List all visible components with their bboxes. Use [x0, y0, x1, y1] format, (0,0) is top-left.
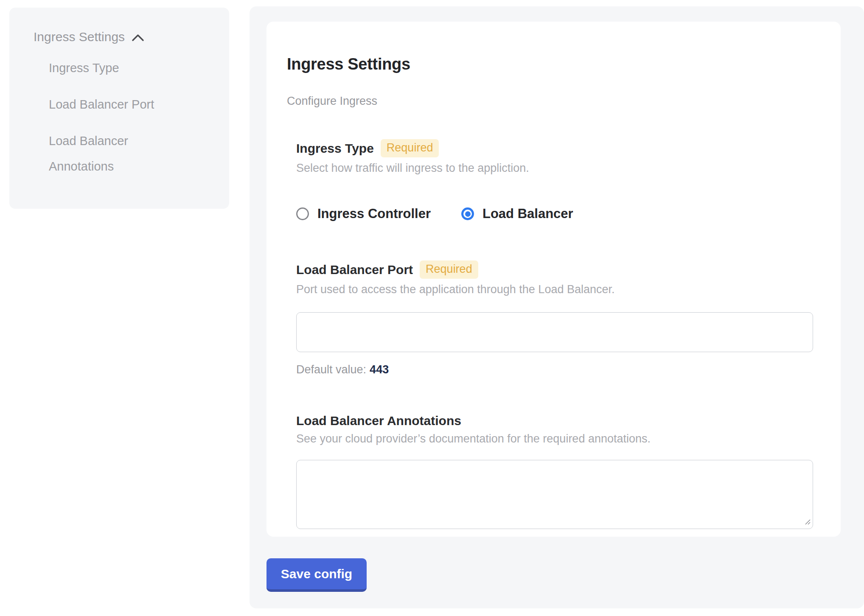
- main-panel: Ingress Settings Configure Ingress Ingre…: [250, 6, 864, 608]
- load-balancer-port-description: Port used to access the application thro…: [296, 283, 813, 296]
- ingress-type-radio-group: Ingress Controller Load Balancer: [296, 206, 813, 221]
- radio-label: Load Balancer: [482, 206, 573, 221]
- sidebar-item-ingress-type[interactable]: Ingress Type: [49, 55, 189, 81]
- section-load-balancer-port: Load Balancer Port Required Port used to…: [296, 260, 813, 376]
- sidebar-item-load-balancer-annotations[interactable]: Load Balancer Annotations: [49, 128, 189, 179]
- section-ingress-type: Ingress Type Required Select how traffic…: [296, 139, 813, 221]
- sidebar-item-list: Ingress Type Load Balancer Port Load Bal…: [49, 55, 216, 179]
- form-sections: Ingress Type Required Select how traffic…: [296, 139, 813, 529]
- section-load-balancer-annotations: Load Balancer Annotations See your cloud…: [296, 414, 813, 529]
- required-badge: Required: [381, 139, 439, 157]
- page-subtitle: Configure Ingress: [287, 95, 813, 108]
- radio-option-ingress-controller[interactable]: Ingress Controller: [296, 206, 431, 221]
- load-balancer-port-heading: Load Balancer Port: [296, 263, 413, 277]
- sidebar-section-label: Ingress Settings: [34, 30, 125, 44]
- default-value-row: Default value:443: [296, 363, 813, 376]
- radio-label: Ingress Controller: [317, 206, 431, 221]
- default-value-label: Default value:: [296, 363, 366, 376]
- required-badge: Required: [420, 260, 478, 279]
- load-balancer-annotations-heading: Load Balancer Annotations: [296, 414, 461, 428]
- ingress-settings-card: Ingress Settings Configure Ingress Ingre…: [266, 22, 841, 537]
- default-value: 443: [370, 363, 389, 376]
- ingress-type-description: Select how traffic will ingress to the a…: [296, 162, 813, 175]
- page-title: Ingress Settings: [287, 55, 813, 73]
- radio-selected-icon[interactable]: [461, 207, 474, 220]
- ingress-type-heading: Ingress Type: [296, 141, 374, 156]
- load-balancer-port-input[interactable]: [296, 312, 813, 352]
- load-balancer-annotations-textarea[interactable]: [296, 460, 813, 529]
- radio-unselected-icon[interactable]: [296, 207, 309, 220]
- settings-sidebar: Ingress Settings Ingress Type Load Balan…: [9, 8, 229, 209]
- save-config-button[interactable]: Save config: [266, 558, 367, 592]
- radio-option-load-balancer[interactable]: Load Balancer: [461, 206, 573, 221]
- load-balancer-annotations-description: See your cloud provider’s documentation …: [296, 432, 813, 445]
- sidebar-item-load-balancer-port[interactable]: Load Balancer Port: [49, 92, 189, 117]
- chevron-up-icon: [132, 33, 144, 42]
- sidebar-section-ingress-settings[interactable]: Ingress Settings: [34, 30, 216, 44]
